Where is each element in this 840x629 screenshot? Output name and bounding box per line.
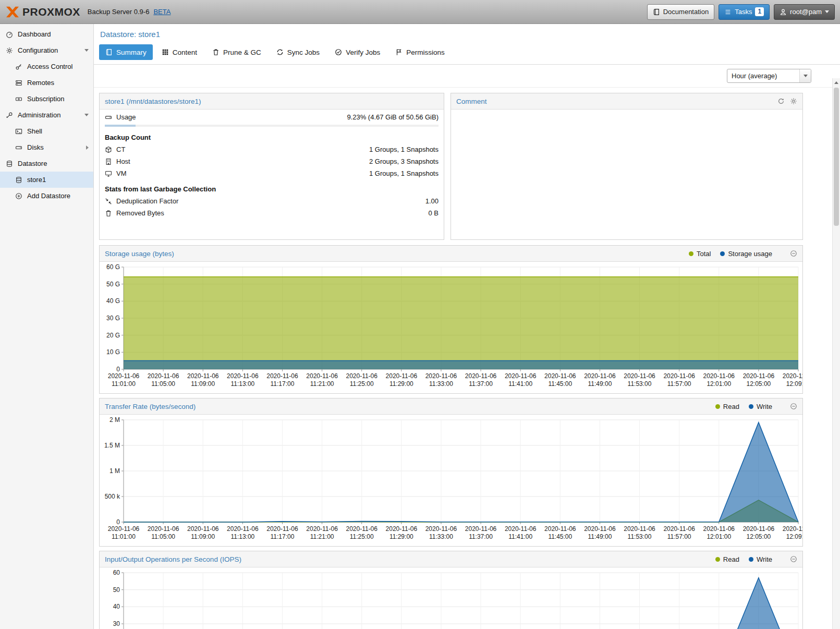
- transfer-rate-chart: 0500 k1 M1.5 M2 M2020-11-0611:01:002020-…: [100, 415, 802, 546]
- svg-text:12:09:00: 12:09:00: [786, 533, 802, 540]
- gc-stats-title: Stats from last Garbage Collection: [100, 179, 444, 195]
- dedup-value: 1.00: [425, 197, 439, 205]
- svg-text:2020-11-06: 2020-11-06: [306, 525, 338, 533]
- panel-header: store1 (/mnt/datastores/store1): [100, 93, 444, 110]
- svg-text:2020-11-06: 2020-11-06: [108, 525, 140, 533]
- svg-text:11:01:00: 11:01:00: [112, 380, 136, 388]
- chevron-down-icon: [825, 10, 829, 13]
- gear-icon[interactable]: [790, 98, 797, 105]
- triangle-up-icon: [834, 81, 838, 84]
- svg-text:2020-11-06: 2020-11-06: [505, 525, 537, 533]
- timeframe-select[interactable]: Hour (average): [727, 69, 811, 83]
- svg-text:2020-11-06: 2020-11-06: [386, 525, 418, 533]
- tab-verify-jobs[interactable]: Verify Jobs: [328, 44, 386, 60]
- key-icon: [15, 63, 23, 70]
- sidebar-item-label: Shell: [27, 127, 42, 135]
- select-trigger[interactable]: [799, 69, 811, 82]
- tab-label: Content: [173, 49, 197, 56]
- legend-item-write[interactable]: Write: [749, 403, 772, 410]
- scrollbar-thumb[interactable]: [834, 88, 839, 226]
- legend-item-write[interactable]: Write: [749, 555, 772, 563]
- panel-title: store1 (/mnt/datastores/store1): [105, 98, 201, 105]
- user-label: root@pam: [790, 8, 822, 16]
- ct-row: CT 1 Groups, 1 Snapshots: [100, 143, 444, 155]
- sidebar-item-administration[interactable]: Administration: [0, 107, 93, 123]
- legend-item-storage-usage[interactable]: Storage usage: [720, 250, 772, 258]
- svg-text:2020-11-06: 2020-11-06: [703, 372, 735, 380]
- svg-text:2020-11-06: 2020-11-06: [346, 372, 378, 380]
- expand-caret-icon[interactable]: [84, 114, 89, 116]
- sidebar-item-store1[interactable]: store1: [0, 172, 93, 188]
- sidebar-item-add-datastore[interactable]: Add Datastore: [0, 188, 93, 204]
- legend-item-read[interactable]: Read: [715, 403, 739, 410]
- expand-caret-icon[interactable]: [84, 49, 89, 52]
- refresh-icon[interactable]: [777, 98, 785, 105]
- svg-text:1 M: 1 M: [109, 467, 120, 475]
- svg-text:11:09:00: 11:09:00: [191, 533, 215, 540]
- svg-text:2020-11-06: 2020-11-06: [266, 525, 298, 533]
- svg-text:2020-11-06: 2020-11-06: [465, 372, 497, 380]
- sidebar-item-access-control[interactable]: Access Control: [0, 58, 93, 75]
- chart-legend: Read Write: [715, 403, 797, 410]
- sidebar-item-remotes[interactable]: Remotes: [0, 75, 93, 91]
- tasks-label: Tasks: [735, 8, 752, 16]
- collapse-minus-icon[interactable]: [790, 403, 797, 410]
- svg-text:10 G: 10 G: [106, 348, 120, 356]
- chart-title: Transfer Rate (bytes/second): [105, 403, 196, 410]
- svg-text:2020-11-06: 2020-11-06: [584, 525, 616, 533]
- sidebar-item-dashboard[interactable]: Dashboard: [0, 26, 93, 42]
- svg-text:2020-11-06: 2020-11-06: [465, 525, 497, 533]
- tasks-button[interactable]: Tasks 1: [719, 4, 770, 20]
- collapse-minus-icon[interactable]: [790, 555, 797, 563]
- tab-summary[interactable]: Summary: [99, 44, 153, 60]
- ticket-icon: [15, 95, 23, 103]
- tab-content[interactable]: Content: [155, 44, 203, 60]
- svg-text:11:17:00: 11:17:00: [271, 533, 295, 540]
- sidebar-item-datastore[interactable]: Datastore: [0, 155, 93, 172]
- svg-text:2020-11-06: 2020-11-06: [148, 372, 179, 380]
- svg-text:2020-11-06: 2020-11-06: [187, 372, 219, 380]
- sidebar-item-configuration[interactable]: Configuration: [0, 42, 93, 58]
- sidebar-item-label: Administration: [18, 111, 60, 119]
- tab-permissions[interactable]: Permissions: [389, 44, 451, 60]
- svg-text:2020-11-06: 2020-11-06: [783, 525, 802, 533]
- sidebar-item-disks[interactable]: Disks: [0, 139, 93, 155]
- user-menu-button[interactable]: root@pam: [774, 4, 835, 20]
- host-row: Host 2 Groups, 3 Snapshots: [100, 155, 444, 167]
- svg-text:0: 0: [116, 366, 120, 373]
- iops-chart: 01020304050602020-11-0611:01:002020-11-0…: [100, 567, 802, 629]
- documentation-button[interactable]: Documentation: [647, 4, 714, 20]
- svg-text:2020-11-06: 2020-11-06: [663, 372, 695, 380]
- wrench-icon: [5, 112, 14, 119]
- legend-item-total[interactable]: Total: [689, 250, 711, 258]
- svg-text:2020-11-06: 2020-11-06: [505, 372, 537, 380]
- scrollbar-up-arrow[interactable]: [833, 78, 840, 87]
- ct-label: CT: [116, 146, 125, 153]
- legend-dot: [749, 404, 753, 409]
- tab-prune-gc[interactable]: Prune & GC: [206, 44, 267, 60]
- sidebar-item-shell[interactable]: Shell: [0, 123, 93, 139]
- hdd-icon: [15, 144, 23, 151]
- svg-text:11:21:00: 11:21:00: [310, 533, 334, 540]
- sidebar-item-label: Dashboard: [18, 30, 51, 38]
- beta-link[interactable]: BETA: [153, 8, 171, 16]
- chart-legend: Read Write: [715, 555, 797, 563]
- svg-text:2020-11-06: 2020-11-06: [386, 372, 418, 380]
- legend-item-read[interactable]: Read: [715, 555, 739, 563]
- removed-bytes-row: Removed Bytes 0 B: [100, 207, 444, 219]
- legend-label: Storage usage: [728, 250, 772, 258]
- task-list-icon: [724, 8, 732, 16]
- sidebar-item-subscription[interactable]: Subscription: [0, 91, 93, 107]
- legend-dot: [715, 404, 720, 409]
- svg-text:12:09:00: 12:09:00: [786, 380, 802, 388]
- tab-sync-jobs[interactable]: Sync Jobs: [270, 44, 326, 60]
- svg-text:11:05:00: 11:05:00: [151, 380, 175, 388]
- sidebar-item-label: Datastore: [18, 160, 47, 167]
- vertical-scrollbar[interactable]: [832, 78, 840, 629]
- collapse-caret-icon[interactable]: [86, 146, 89, 150]
- collapse-minus-icon[interactable]: [790, 250, 797, 257]
- svg-text:11:37:00: 11:37:00: [469, 380, 493, 388]
- dedup-row: Deduplication Factor 1.00: [100, 195, 444, 207]
- host-value: 2 Groups, 3 Snapshots: [369, 158, 439, 165]
- building-icon: [105, 158, 116, 165]
